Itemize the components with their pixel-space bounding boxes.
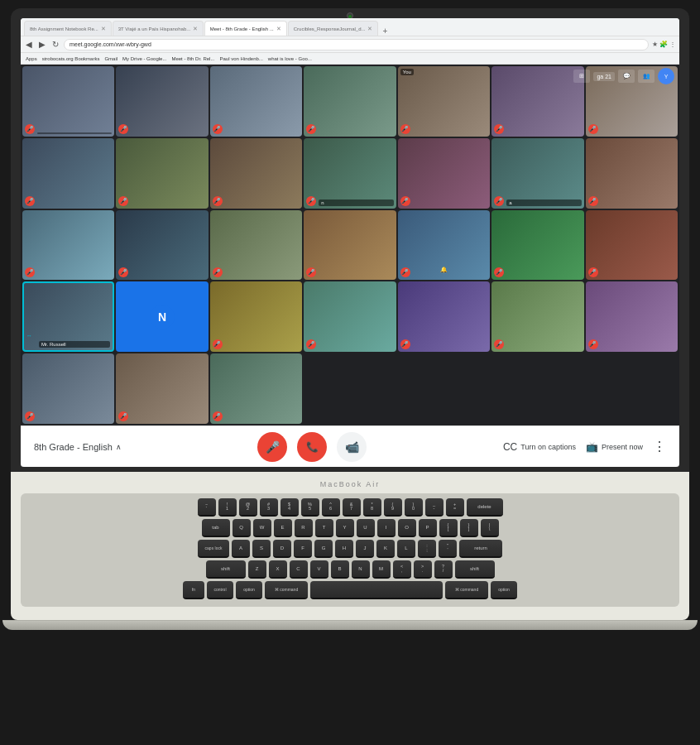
- people-icon[interactable]: 👥: [638, 70, 654, 83]
- bookmark-drive[interactable]: My Drive - Google...: [122, 56, 166, 61]
- key-s[interactable]: S: [252, 540, 271, 558]
- tab-close-icon[interactable]: ✕: [367, 26, 372, 32]
- key-equals[interactable]: +=: [446, 498, 464, 517]
- key-8[interactable]: *8: [363, 498, 381, 517]
- key-v[interactable]: V: [310, 560, 328, 579]
- video-tile: 🎤: [116, 353, 208, 424]
- key-z[interactable]: Z: [248, 560, 266, 579]
- left-option-key[interactable]: option: [236, 581, 262, 599]
- tab-close-icon[interactable]: ✕: [276, 26, 281, 32]
- key-e[interactable]: E: [274, 519, 292, 537]
- bookmark-icon[interactable]: ★: [652, 41, 658, 48]
- key-c[interactable]: C: [290, 560, 308, 579]
- key-o[interactable]: O: [398, 519, 416, 537]
- fn-key[interactable]: fn: [183, 581, 204, 599]
- key-g[interactable]: G: [314, 540, 333, 558]
- caps-lock-key[interactable]: caps lock: [198, 540, 229, 558]
- key-row-zxcv: shift Z X C V B N M <, >. ?/ shift: [26, 560, 674, 579]
- right-option-key[interactable]: option: [491, 581, 517, 599]
- key-i[interactable]: I: [377, 519, 396, 537]
- bookmark-meet[interactable]: Meet - 8th Dr. Rel...: [171, 56, 214, 61]
- reload-button[interactable]: ↻: [50, 40, 60, 49]
- key-period[interactable]: >.: [414, 560, 432, 579]
- mute-icon: 🎤: [588, 124, 598, 134]
- back-button[interactable]: ◀: [24, 40, 34, 49]
- key-a[interactable]: A: [232, 540, 250, 558]
- bookmark-love[interactable]: what is love - Goo...: [268, 56, 312, 61]
- new-tab-button[interactable]: +: [379, 26, 391, 36]
- key-r[interactable]: R: [295, 519, 313, 537]
- key-t[interactable]: T: [315, 519, 333, 537]
- tab-meet[interactable]: Meet - 8th Grade - English ... ✕: [204, 21, 287, 36]
- key-w[interactable]: W: [253, 519, 271, 537]
- key-7[interactable]: &7: [343, 498, 361, 517]
- participant-count[interactable]: ga 21: [593, 72, 615, 81]
- end-call-button[interactable]: 📞: [297, 432, 327, 462]
- bookmark-gmail[interactable]: Gmail: [104, 56, 117, 61]
- tab-key[interactable]: tab: [202, 519, 230, 537]
- key-quote[interactable]: "': [439, 540, 457, 558]
- key-y[interactable]: Y: [336, 519, 354, 537]
- address-bar[interactable]: meet.google.com/xwr-wbry-gwd: [64, 39, 649, 50]
- chevron-up-icon[interactable]: ∧: [116, 443, 122, 451]
- key-close-bracket[interactable]: }]: [460, 519, 478, 537]
- key-h[interactable]: H: [335, 540, 353, 558]
- forward-button[interactable]: ▶: [37, 40, 47, 49]
- more-options-button[interactable]: ⋮: [653, 439, 666, 454]
- right-command-key[interactable]: ⌘ command: [445, 581, 488, 599]
- key-x[interactable]: X: [269, 560, 287, 579]
- tab-viaje[interactable]: 3T Viajé a un País Hispanohab... ✕: [113, 21, 204, 36]
- key-n[interactable]: N: [352, 560, 370, 579]
- key-1[interactable]: !1: [218, 498, 237, 517]
- key-comma[interactable]: <,: [393, 560, 411, 579]
- key-semicolon[interactable]: :;: [418, 540, 436, 558]
- key-k[interactable]: K: [376, 540, 395, 558]
- user-avatar[interactable]: Y: [658, 68, 674, 84]
- key-9[interactable]: (9: [384, 498, 402, 517]
- left-shift-key[interactable]: shift: [206, 560, 246, 579]
- tab-assignment[interactable]: 8th Assignment Notebook Re... ✕: [24, 21, 112, 36]
- keyboard-section: MacBook Air ~` !1 @2 #3 $4 %5 ^6 &7 *8 (…: [11, 472, 689, 620]
- right-shift-key[interactable]: shift: [455, 560, 495, 579]
- key-4[interactable]: $4: [280, 498, 299, 517]
- key-backtick[interactable]: ~`: [198, 498, 216, 517]
- key-j[interactable]: J: [356, 540, 374, 558]
- bookmark-strobocats[interactable]: strobocats.org Bookmarks: [42, 56, 100, 61]
- key-m[interactable]: M: [372, 560, 391, 579]
- key-f[interactable]: F: [294, 540, 312, 558]
- key-p[interactable]: P: [419, 519, 437, 537]
- key-5[interactable]: %5: [301, 498, 319, 517]
- key-minus[interactable]: _-: [425, 498, 443, 517]
- key-d[interactable]: D: [273, 540, 291, 558]
- key-q[interactable]: Q: [233, 519, 251, 537]
- return-key[interactable]: return: [459, 540, 502, 558]
- key-open-bracket[interactable]: {[: [439, 519, 458, 537]
- present-button[interactable]: 📺 Present now: [586, 441, 643, 453]
- key-2[interactable]: @2: [239, 498, 257, 517]
- key-b[interactable]: B: [331, 560, 349, 579]
- camera-button[interactable]: 📹: [337, 432, 367, 462]
- key-u[interactable]: U: [357, 519, 375, 537]
- bookmark-paul[interactable]: Paul von Hindenb...: [219, 56, 262, 61]
- tab-crucible[interactable]: Crucibles_ResponseJournal_d... ✕: [288, 21, 379, 36]
- key-0[interactable]: )0: [405, 498, 423, 517]
- key-slash[interactable]: ?/: [434, 560, 453, 579]
- mute-button[interactable]: 🎤: [257, 432, 287, 462]
- key-6[interactable]: ^6: [322, 498, 340, 517]
- extensions-icon[interactable]: 🧩: [659, 41, 668, 48]
- mute-icon: 🎤: [306, 267, 316, 277]
- tab-close-icon[interactable]: ✕: [193, 26, 198, 32]
- delete-key[interactable]: delete: [467, 498, 503, 517]
- chat-icon[interactable]: 💬: [618, 70, 635, 83]
- more-icon[interactable]: ⋮: [669, 41, 676, 48]
- key-3[interactable]: #3: [260, 498, 278, 517]
- control-key[interactable]: control: [207, 581, 233, 599]
- key-backslash[interactable]: |\: [481, 519, 499, 537]
- bookmark-apps[interactable]: Apps: [26, 56, 37, 61]
- captions-button[interactable]: CC Turn on captions: [503, 441, 576, 453]
- left-command-key[interactable]: ⌘ command: [265, 581, 308, 599]
- key-l[interactable]: L: [397, 540, 415, 558]
- tab-close-icon[interactable]: ✕: [101, 26, 106, 32]
- grid-view-icon[interactable]: ⊞: [573, 70, 590, 83]
- spacebar[interactable]: [310, 581, 443, 599]
